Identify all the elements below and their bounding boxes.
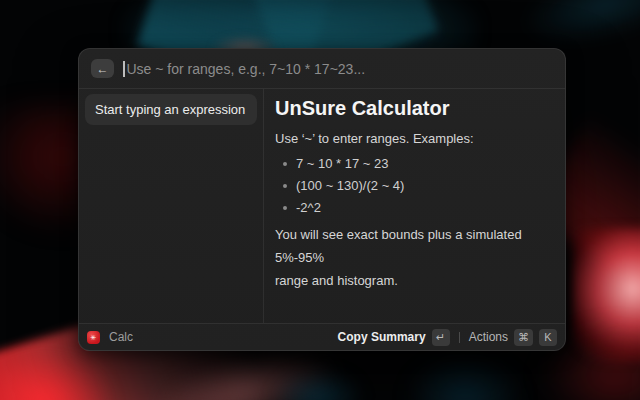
bullet-icon	[283, 184, 287, 188]
app-name-label: Calc	[109, 330, 133, 344]
wallpaper-red-glow	[572, 228, 640, 363]
text-caret	[123, 61, 125, 77]
outro-line: You will see exact bounds plus a simulat…	[275, 224, 553, 270]
back-button[interactable]: ←	[91, 59, 114, 78]
wallpaper-teal-glow	[405, 355, 525, 400]
results-sidebar: Start typing an expression	[79, 89, 264, 323]
search-header: ← Use ~ for ranges, e.g., 7~10 * 17~23..…	[79, 49, 565, 89]
example-text: 7 ~ 10 * 17 ~ 23	[296, 156, 389, 171]
copy-summary-label: Copy Summary	[338, 330, 426, 344]
content-area: Start typing an expression UnSure Calcul…	[79, 89, 565, 323]
action-bar: ✳ Calc Copy Summary ↵ Actions ⌘ K	[79, 323, 565, 350]
action-bar-right: Copy Summary ↵ Actions ⌘ K	[338, 329, 557, 346]
example-item: -2^2	[283, 200, 553, 215]
return-key-icon: ↵	[432, 329, 450, 346]
footer-divider	[459, 332, 460, 343]
actions-button[interactable]: Actions ⌘ K	[469, 329, 557, 346]
command-key-icon: ⌘	[514, 329, 533, 346]
desktop: ← Use ~ for ranges, e.g., 7~10 * 17~23..…	[0, 0, 640, 400]
outro-text: You will see exact bounds plus a simulat…	[275, 224, 553, 292]
calc-icon-glyph: ✳	[91, 334, 97, 341]
example-text: -2^2	[296, 200, 321, 215]
copy-summary-button[interactable]: Copy Summary ↵	[338, 329, 450, 346]
back-arrow-icon: ←	[97, 63, 109, 75]
wallpaper-teal-glow	[270, 368, 365, 400]
examples-list: 7 ~ 10 * 17 ~ 23 (100 ~ 130)/(2 ~ 4) -2^…	[275, 156, 553, 215]
intro-text: Use ‘~’ to enter ranges. Examples:	[275, 131, 553, 146]
example-text: (100 ~ 130)/(2 ~ 4)	[296, 178, 404, 193]
detail-panel: UnSure Calculator Use ‘~’ to enter range…	[264, 89, 565, 323]
k-key-icon: K	[539, 329, 557, 346]
page-title: UnSure Calculator	[275, 97, 553, 120]
wallpaper-red-glow	[0, 350, 115, 400]
calc-app-icon: ✳	[87, 331, 100, 344]
sidebar-item-start-typing[interactable]: Start typing an expression	[85, 94, 257, 125]
actions-label: Actions	[469, 330, 508, 344]
launcher-window: ← Use ~ for ranges, e.g., 7~10 * 17~23..…	[78, 48, 566, 351]
bullet-icon	[283, 162, 287, 166]
search-placeholder: Use ~ for ranges, e.g., 7~10 * 17~23...	[127, 61, 366, 77]
outro-line: range and histogram.	[275, 270, 553, 293]
example-item: (100 ~ 130)/(2 ~ 4)	[283, 178, 553, 193]
bullet-icon	[283, 206, 287, 210]
example-item: 7 ~ 10 * 17 ~ 23	[283, 156, 553, 171]
search-input[interactable]: Use ~ for ranges, e.g., 7~10 * 17~23...	[123, 61, 553, 77]
